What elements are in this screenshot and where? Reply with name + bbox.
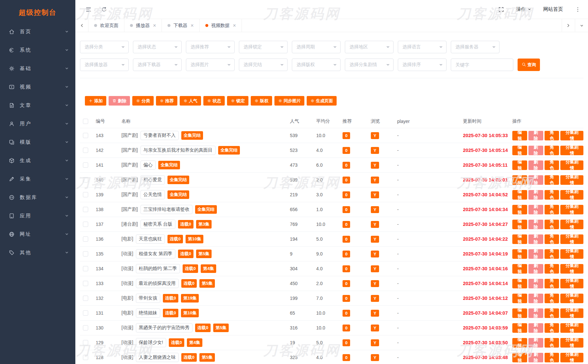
- row-delete-button[interactable]: 删除: [528, 160, 543, 170]
- tab-video-data[interactable]: 视频数据 ×: [200, 19, 242, 32]
- sidebar-item-app[interactable]: 应用: [0, 206, 75, 225]
- row-checkbox[interactable]: [83, 162, 88, 168]
- row-role-button[interactable]: 角色: [545, 146, 559, 155]
- row-checkbox[interactable]: [83, 355, 88, 360]
- status-button[interactable]: 状态: [203, 96, 225, 106]
- row-checkbox[interactable]: [83, 192, 88, 197]
- row-edit-button[interactable]: 编辑: [512, 190, 527, 200]
- row-role-button[interactable]: 角色: [545, 205, 559, 214]
- row-delete-button[interactable]: 删除: [528, 220, 543, 229]
- row-role-button[interactable]: 角色: [545, 220, 559, 229]
- row-role-button[interactable]: 角色: [545, 234, 559, 244]
- add-button[interactable]: 添加: [85, 96, 106, 106]
- sidebar-item-generate[interactable]: 生成: [0, 151, 75, 170]
- sidebar-item-article[interactable]: 文章: [0, 96, 75, 114]
- row-checkbox[interactable]: [83, 310, 88, 316]
- row-edit-button[interactable]: 编辑: [512, 220, 527, 229]
- classify-button[interactable]: 分类: [132, 96, 154, 106]
- fullscreen-icon[interactable]: [498, 7, 504, 12]
- sidebar-item-url[interactable]: 网址: [0, 225, 75, 243]
- row-edit-button[interactable]: 编辑: [512, 205, 527, 214]
- sidebar-item-home[interactable]: 首页: [0, 22, 75, 41]
- row-role-button[interactable]: 角色: [545, 353, 559, 362]
- row-delete-button[interactable]: 删除: [528, 323, 543, 333]
- tabs-scroll-right-icon[interactable]: [562, 19, 575, 32]
- filter-select-episode-plot[interactable]: 选择分集剧情: [345, 59, 394, 71]
- row-episode-plot-button[interactable]: 分集剧情: [560, 338, 583, 348]
- filter-select-sort[interactable]: 选择排序: [398, 59, 447, 71]
- tabs-scroll-left-icon[interactable]: [75, 19, 89, 32]
- row-delete-button[interactable]: 删除: [528, 294, 543, 303]
- row-checkbox[interactable]: [83, 148, 88, 153]
- row-role-button[interactable]: 角色: [545, 323, 559, 333]
- row-edit-button[interactable]: 编辑: [512, 353, 527, 362]
- row-role-button[interactable]: 角色: [545, 131, 559, 140]
- row-episode-plot-button[interactable]: 分集剧情: [560, 146, 583, 155]
- row-episode-plot-button[interactable]: 分集剧情: [560, 279, 583, 288]
- row-episode-plot-button[interactable]: 分集剧情: [560, 308, 583, 318]
- row-delete-button[interactable]: 删除: [528, 308, 543, 318]
- operate-dropdown[interactable]: 操作: [516, 6, 531, 12]
- row-role-button[interactable]: 角色: [545, 338, 559, 348]
- row-delete-button[interactable]: 删除: [528, 338, 543, 348]
- filter-select-region[interactable]: 选择地区: [345, 41, 394, 53]
- filter-select-cycle[interactable]: 选择周期: [292, 41, 341, 53]
- row-edit-button[interactable]: 编辑: [512, 160, 527, 170]
- row-edit-button[interactable]: 编辑: [512, 338, 527, 348]
- row-edit-button[interactable]: 编辑: [512, 323, 527, 333]
- sidebar-item-user[interactable]: 用户: [0, 114, 75, 133]
- row-episode-plot-button[interactable]: 分集剧情: [560, 131, 583, 140]
- row-episode-plot-button[interactable]: 分集剧情: [560, 190, 583, 200]
- row-role-button[interactable]: 角色: [545, 249, 559, 259]
- filter-select-language[interactable]: 选择语言: [398, 41, 447, 53]
- close-icon[interactable]: ×: [233, 23, 236, 28]
- row-checkbox[interactable]: [83, 340, 88, 345]
- filter-select-server[interactable]: 选择服务器: [451, 41, 499, 53]
- sidebar-item-collect[interactable]: 采集: [0, 170, 75, 188]
- row-edit-button[interactable]: 编辑: [512, 308, 527, 318]
- row-delete-button[interactable]: 删除: [528, 264, 543, 274]
- row-episode-plot-button[interactable]: 分集剧情: [560, 323, 583, 333]
- recommend-button[interactable]: 推荐: [156, 96, 177, 106]
- filter-select-recommend[interactable]: 选择推荐: [186, 41, 235, 53]
- close-icon[interactable]: ×: [191, 23, 193, 28]
- row-delete-button[interactable]: 删除: [528, 234, 543, 244]
- row-role-button[interactable]: 角色: [545, 160, 559, 170]
- row-checkbox[interactable]: [83, 281, 88, 286]
- sync-image-button[interactable]: 同步图片: [274, 96, 304, 106]
- more-menu-icon[interactable]: [575, 7, 581, 12]
- row-checkbox[interactable]: [83, 266, 88, 271]
- row-role-button[interactable]: 角色: [545, 175, 559, 185]
- filter-select-status[interactable]: 选择状态: [133, 41, 182, 53]
- row-episode-plot-button[interactable]: 分集剧情: [560, 220, 583, 229]
- row-role-button[interactable]: 角色: [545, 264, 559, 274]
- row-edit-button[interactable]: 编辑: [512, 146, 527, 155]
- tabs-dropdown-icon[interactable]: [575, 19, 588, 32]
- delete-button[interactable]: 删除: [109, 96, 130, 106]
- filter-select-finish[interactable]: 选择完结: [239, 59, 288, 71]
- row-episode-plot-button[interactable]: 分集剧情: [560, 160, 583, 170]
- row-edit-button[interactable]: 编辑: [512, 279, 527, 288]
- site-home-link[interactable]: 网站首页: [543, 6, 563, 12]
- row-episode-plot-button[interactable]: 分集剧情: [560, 249, 583, 259]
- tab-welcome[interactable]: 欢迎页面: [89, 19, 124, 32]
- sidebar-item-other[interactable]: 其他: [0, 243, 75, 262]
- row-edit-button[interactable]: 编辑: [512, 175, 527, 185]
- row-edit-button[interactable]: 编辑: [512, 249, 527, 259]
- filter-select-image[interactable]: 选择图片: [186, 59, 235, 71]
- row-checkbox[interactable]: [83, 251, 88, 256]
- row-delete-button[interactable]: 删除: [528, 175, 543, 185]
- row-role-button[interactable]: 角色: [545, 294, 559, 303]
- select-all-checkbox[interactable]: [83, 119, 88, 124]
- row-delete-button[interactable]: 删除: [528, 146, 543, 155]
- filter-select-copyright[interactable]: 选择版权: [292, 59, 341, 71]
- row-checkbox[interactable]: [83, 296, 88, 301]
- row-delete-button[interactable]: 删除: [528, 190, 543, 200]
- row-episode-plot-button[interactable]: 分集剧情: [560, 234, 583, 244]
- row-role-button[interactable]: 角色: [545, 308, 559, 318]
- row-delete-button[interactable]: 删除: [528, 131, 543, 140]
- tab-downloader[interactable]: 下载器 ×: [162, 19, 199, 32]
- copyright-button[interactable]: 版权: [251, 96, 272, 106]
- row-edit-button[interactable]: 编辑: [512, 264, 527, 274]
- row-checkbox[interactable]: [83, 133, 88, 138]
